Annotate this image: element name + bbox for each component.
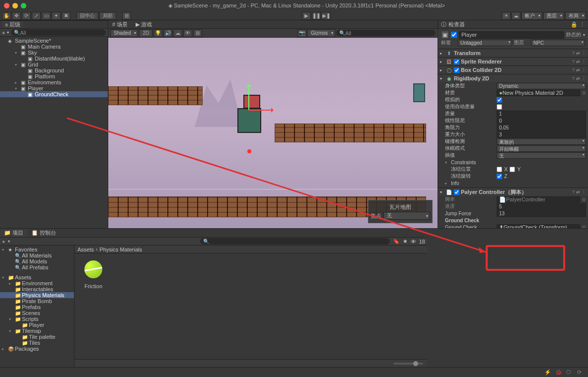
tilemap-overlay[interactable]: 瓦片地图 焦点无 (368, 200, 433, 223)
local-toggle[interactable]: 局部 (99, 12, 116, 20)
overlay-focus-dd[interactable]: 无 (383, 212, 430, 220)
hidden-toggle[interactable]: 👁 (183, 29, 192, 37)
add-button[interactable]: + (2, 239, 5, 245)
step-button[interactable]: ▶❚ (322, 12, 331, 20)
filter-icon[interactable]: 🔖 (393, 238, 400, 245)
project-search[interactable]: 🔍 (200, 238, 390, 245)
snap-tool[interactable]: ⊞ (122, 12, 131, 20)
rigidbody-header[interactable]: ▾◉ Rigidbody 2D ?⇄⋮ (438, 74, 588, 82)
groundcheck-gizmo[interactable] (247, 149, 251, 153)
target-icon[interactable]: ⊙ (582, 225, 586, 228)
gizmos-dropdown[interactable]: Gizmos (307, 29, 335, 37)
interp-dd[interactable]: 无 (497, 152, 586, 159)
adrag-field[interactable]: 0.05 (497, 125, 586, 131)
light-toggle[interactable]: 💡 (153, 29, 162, 37)
hierarchy-tab[interactable]: ≡ 层级 (2, 21, 23, 28)
grid-toggle[interactable]: ⊞ (193, 29, 202, 37)
project-tree-item[interactable]: 📁Tiles (0, 340, 74, 346)
project-tree-item[interactable]: 📁Player (0, 322, 74, 328)
sprite-renderer-header[interactable]: ▸🖼 Sprite Renderer ?⇄⋮ (438, 58, 588, 65)
menu-icon[interactable]: ⋮ (580, 21, 585, 28)
hierarchy-item[interactable]: ▾▣Sky (0, 50, 108, 56)
script-enabled[interactable] (454, 189, 459, 195)
material-field[interactable]: ●New Physics Material 2D (497, 90, 580, 96)
hierarchy-item[interactable]: ▣Main Camera (0, 44, 108, 50)
breadcrumb-item[interactable]: Assets (77, 247, 94, 252)
zoom-slider[interactable] (393, 363, 423, 365)
name-field[interactable]: Player (459, 31, 564, 39)
hierarchy-item[interactable]: ▣GroundCheck (0, 91, 108, 97)
mass-field[interactable]: 1 (497, 111, 586, 117)
maximize-icon[interactable] (21, 3, 26, 8)
active-checkbox[interactable] (451, 32, 457, 38)
freeze-x[interactable] (497, 167, 502, 172)
custom-tool[interactable]: ✖ (62, 12, 71, 20)
shading-mode[interactable]: Shaded (110, 29, 138, 37)
project-tree-item[interactable]: 📁Pirate Bomb (0, 298, 74, 304)
bc-enabled[interactable] (454, 67, 459, 73)
hierarchy-item[interactable]: ▸▣Environments (0, 79, 108, 85)
speed-field[interactable]: 5 (497, 203, 586, 210)
project-tree-item[interactable]: ▸📁Environment (0, 280, 74, 286)
move-tool[interactable]: ✥ (12, 12, 21, 20)
project-tree-item[interactable]: 📁Scenes (0, 310, 74, 316)
hierarchy-item[interactable]: ◈SampleScene* (0, 38, 108, 44)
hierarchy-item[interactable]: ▣DistantMount(tilable) (0, 56, 108, 62)
code-icon[interactable]: ⎔ (566, 369, 573, 376)
freeze-y[interactable] (510, 167, 515, 172)
mode-2d[interactable]: 2D (139, 29, 152, 37)
breadcrumb-item[interactable]: Physics Materials (99, 247, 142, 252)
close-icon[interactable] (4, 3, 9, 8)
hidden-icon[interactable]: 👁 (411, 239, 416, 245)
menu-icon[interactable]: ⋮ (582, 51, 586, 56)
auto-icon[interactable]: ⚡ (544, 369, 551, 376)
play-button[interactable]: ▶ (302, 12, 311, 20)
scene-search[interactable]: 🔍 All (336, 30, 436, 36)
bug-icon[interactable]: 🐞 (555, 369, 562, 376)
rotate-tool[interactable]: ⟳ (22, 12, 31, 20)
project-tree-item[interactable]: 📁Tile palette (0, 334, 74, 340)
layout-dropdown[interactable]: 布局 (565, 12, 586, 20)
game-tab[interactable]: ▶游戏 (132, 20, 156, 28)
automass-cb[interactable] (497, 104, 502, 110)
hierarchy-item[interactable]: ▣Background (0, 67, 108, 73)
sleep-dd[interactable]: 开始唤醒 (497, 145, 586, 152)
sr-enabled[interactable] (454, 59, 459, 64)
script-header[interactable]: ▾📄 Palyer Controller（脚本） ?⇄⋮ (438, 188, 588, 196)
box-collider-header[interactable]: ▸▢ Box Collider 2D ?⇄⋮ (438, 66, 588, 74)
project-tree-item[interactable]: ▾📁Tilemap (0, 328, 74, 334)
project-tree-item[interactable]: 📁Prefabs (0, 304, 74, 310)
gizmo-y-axis[interactable] (248, 85, 249, 110)
cloud-icon[interactable]: ☁ (512, 12, 520, 20)
preset-icon[interactable]: ⇄ (576, 51, 580, 56)
collision-dd[interactable]: 离散的 (497, 138, 586, 145)
pause-button[interactable]: ❚❚ (312, 12, 321, 20)
collab-icon[interactable]: ☀ (502, 12, 511, 20)
project-tree-item[interactable]: 🔍All Prefabs (0, 264, 74, 270)
refresh-icon[interactable]: ⟳ (577, 369, 584, 376)
layer-dropdown[interactable]: NPC (531, 40, 585, 46)
gravity-field[interactable]: 3 (497, 131, 586, 138)
fav-icon[interactable]: ★ (403, 238, 408, 245)
ldrag-field[interactable]: 0 (497, 118, 586, 124)
hierarchy-item[interactable]: ▾▣Grid (0, 62, 108, 67)
project-tree-item[interactable]: ▾📁Scripts (0, 316, 74, 322)
console-tab[interactable]: 📋控制台 (27, 229, 60, 237)
target-icon[interactable]: ⊙ (582, 90, 586, 95)
asset-item[interactable]: Friction (78, 257, 108, 289)
gameobject-icon[interactable]: ▣ (441, 31, 449, 39)
scene-tab[interactable]: #场景 (108, 20, 132, 28)
project-tree-item[interactable]: ▸📦Packages (0, 346, 74, 352)
tag-dropdown[interactable]: Untagged (458, 40, 512, 46)
camera-icon[interactable]: 📷 (297, 29, 306, 37)
gizmo-x-axis[interactable] (248, 110, 273, 111)
body-type-dd[interactable]: Dynamic (497, 83, 586, 89)
layers-dropdown[interactable]: 图层 (543, 12, 564, 20)
scale-tool[interactable]: ⤢ (32, 12, 41, 20)
help-icon[interactable]: ? (572, 51, 575, 56)
gc-field[interactable]: ⬆GroundCheck (Transform) (497, 224, 580, 229)
hand-tool[interactable]: ✋ (2, 12, 11, 20)
account-dropdown[interactable]: 帐户 (521, 12, 542, 20)
rect-tool[interactable]: ▭ (42, 12, 51, 20)
project-tree-item[interactable]: ▾★Favorites (0, 247, 74, 252)
